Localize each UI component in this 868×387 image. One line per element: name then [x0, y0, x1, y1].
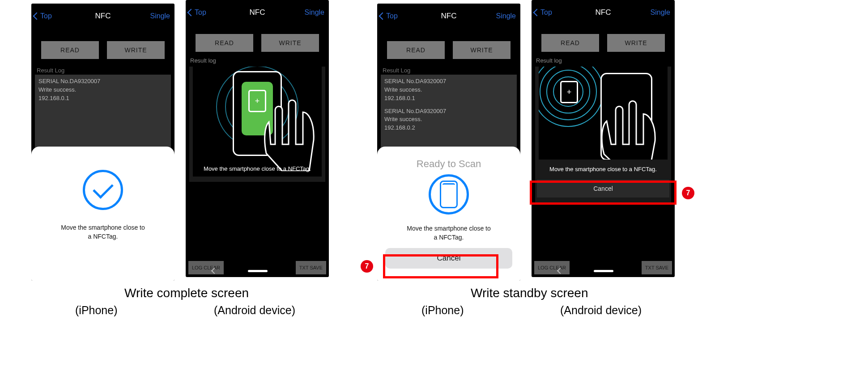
nav-back-button[interactable]: Top	[34, 12, 52, 20]
nav-right-button[interactable]: Single	[150, 12, 170, 20]
nfc-card-icon: +	[560, 81, 578, 103]
write-button[interactable]: WRITE	[261, 34, 319, 52]
subcaption-android: (Android device)	[214, 304, 295, 317]
ready-phone-icon	[429, 174, 469, 215]
overlay-message: Move the smartphone close to a NFCTag.	[193, 159, 322, 177]
log-line: Write success.	[384, 115, 513, 124]
nav-back-label: Top	[540, 8, 552, 17]
result-log-label: Result log	[186, 55, 329, 66]
nav-title: NFC	[441, 12, 457, 21]
overlay-message: Move the smartphone close to a NFCTag.	[535, 160, 671, 177]
subcaption-iphone: (iPhone)	[421, 304, 464, 317]
read-button[interactable]: READ	[387, 41, 445, 59]
read-button[interactable]: READ	[196, 34, 253, 52]
caption-standby: Write standby screen	[471, 286, 588, 300]
log-line: Write success.	[384, 86, 513, 94]
callout-badge-7a: 7	[361, 260, 373, 273]
nav-right-button[interactable]: Single	[305, 8, 324, 17]
cancel-button[interactable]: Cancel	[385, 248, 512, 269]
write-button[interactable]: WRITE	[453, 41, 511, 59]
navbar: Top NFC Single	[31, 4, 174, 29]
result-log-label: Result Log	[377, 65, 520, 75]
write-button[interactable]: WRITE	[107, 41, 165, 59]
nav-title: NFC	[596, 8, 611, 17]
screen-android-standby: Top NFC Single READ WRITE Result log +	[532, 0, 675, 277]
navbar: Top NFC Single	[186, 0, 329, 25]
read-button[interactable]: READ	[41, 41, 99, 59]
result-log-label: Result log	[532, 55, 675, 66]
android-home-pill[interactable]	[248, 270, 268, 272]
nfc-overlay: + Move the smartphone close to a NFCTag.…	[535, 67, 671, 203]
chevron-left-icon	[33, 13, 41, 20]
android-back-icon[interactable]	[211, 268, 217, 274]
chevron-left-icon	[187, 9, 195, 17]
log-line: Write success.	[38, 86, 167, 94]
cancel-button[interactable]: Cancel	[537, 180, 669, 198]
nav-back-button[interactable]: Top	[534, 8, 552, 17]
screen-iphone-standby: Top NFC Single READ WRITE Result Log SER…	[377, 4, 520, 281]
chevron-left-icon	[533, 9, 541, 17]
nfc-illustration-standby: +	[539, 67, 668, 160]
log-line: SERIAL No.DA9320007	[38, 77, 167, 86]
hand-icon	[596, 94, 663, 160]
log-line: SERIAL No.DA9320007	[384, 107, 513, 116]
nav-right-button[interactable]: Single	[496, 12, 516, 20]
log-line: 192.168.0.2	[384, 124, 513, 132]
nfc-sheet-ready: Ready to Scan Move the smartphone close …	[377, 147, 520, 281]
subcaption-iphone: (iPhone)	[75, 304, 118, 317]
sheet-message: Move the smartphone close to a NFCTag.	[385, 224, 512, 242]
nav-right-button[interactable]: Single	[651, 8, 670, 17]
nfc-overlay: + Move the smartphone close to a NFCTag.	[189, 67, 325, 182]
nfc-sheet-success: Move the smartphone close to a NFCTag.	[31, 147, 174, 281]
nav-title: NFC	[250, 8, 265, 17]
nav-back-label: Top	[40, 12, 52, 20]
android-home-pill[interactable]	[594, 270, 613, 272]
result-log-box: SERIAL No.DA9320007 Write success. 192.1…	[381, 75, 517, 153]
sheet-message: Move the smartphone close to a NFCTag.	[39, 223, 166, 241]
nav-back-label: Top	[195, 8, 206, 17]
navbar: Top NFC Single	[532, 0, 675, 25]
nav-back-button[interactable]: Top	[188, 8, 206, 17]
chevron-left-icon	[379, 13, 387, 20]
nav-back-label: Top	[386, 12, 398, 20]
ready-title: Ready to Scan	[385, 158, 512, 170]
result-log-label: Result Log	[31, 65, 174, 75]
log-line: 192.168.0.1	[384, 94, 513, 103]
nfc-illustration-success: + Move the smartphone close to a NFCTag.	[193, 67, 322, 177]
nav-back-button[interactable]: Top	[380, 12, 398, 20]
log-line: 192.168.0.1	[38, 94, 167, 103]
caption-complete: Write complete screen	[124, 286, 249, 300]
subcaption-android: (Android device)	[560, 304, 642, 317]
android-navbar	[186, 265, 329, 277]
write-button[interactable]: WRITE	[607, 34, 665, 52]
screen-android-complete: Top NFC Single READ WRITE Result log +	[186, 0, 329, 277]
figure-stage: Top NFC Single READ WRITE Result Log SER…	[0, 0, 868, 387]
success-check-icon	[83, 170, 123, 210]
screen-iphone-complete: Top NFC Single READ WRITE Result Log SER…	[31, 4, 174, 281]
nav-title: NFC	[95, 12, 111, 21]
log-line: SERIAL No.DA9320007	[384, 77, 513, 86]
callout-badge-7b: 7	[682, 187, 694, 199]
read-button[interactable]: READ	[541, 34, 599, 52]
android-back-icon[interactable]	[557, 268, 563, 274]
navbar: Top NFC Single	[377, 4, 520, 29]
android-navbar	[532, 265, 675, 277]
